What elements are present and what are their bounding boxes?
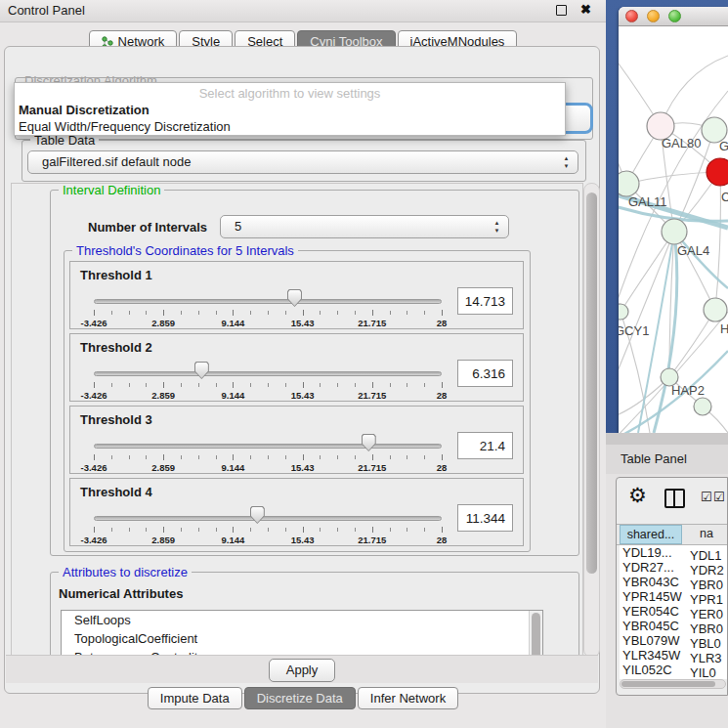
stepper-arrows-icon[interactable]: ▲ ▼ [492, 219, 502, 235]
slider-thumb[interactable] [194, 362, 209, 379]
slider-tick-label: -3.426 [81, 535, 107, 545]
network-window-titlebar [619, 7, 728, 26]
network-node[interactable] [707, 158, 728, 186]
table-row[interactable]: YBR045CYBR0 [620, 619, 727, 633]
tab-infer-network[interactable]: Infer Network [358, 687, 458, 709]
slider-track[interactable] [94, 444, 442, 449]
slider-track[interactable] [94, 371, 442, 376]
table-row[interactable]: YLR345WYLR3 [620, 648, 727, 663]
slider-tick-label: 9.144 [222, 462, 245, 473]
stepper-down-icon[interactable]: ▼ [564, 163, 570, 169]
stepper-up-icon[interactable]: ▲ [494, 220, 500, 226]
list-item[interactable]: TopologicalCoefficient [62, 629, 542, 648]
tab-label: Infer Network [370, 688, 446, 708]
slider-track[interactable] [94, 299, 442, 304]
panel-scrollbar[interactable] [583, 183, 600, 658]
cell-name: YIL0 [682, 665, 716, 679]
slider-tick-label: 15.43 [291, 390, 315, 401]
interval-definition-group: Interval Definition Number of Intervals … [50, 190, 579, 556]
attributes-group: Attributes to discretize Numerical Attri… [50, 572, 579, 658]
table-h-scrollbar[interactable] [620, 679, 726, 689]
slider-tick-label: 9.144 [222, 535, 245, 545]
network-canvas[interactable]: GAL80GAL11GAL4GCY1HAP2GACH [619, 26, 728, 433]
slider-thumb[interactable] [287, 289, 302, 307]
stepper-arrows-icon[interactable]: ▲ ▼ [561, 154, 572, 170]
cell-shared-name: YDR27... [620, 560, 682, 575]
slider-tick-label: 21.715 [358, 535, 386, 545]
apply-button[interactable]: Apply [269, 659, 335, 682]
attributes-list[interactable]: SelfLoopsTopologicalCoefficientBetweenne… [61, 610, 543, 658]
slider-track[interactable] [94, 516, 442, 521]
popup-item[interactable]: Equal Width/Frequency Discretization [15, 118, 565, 135]
table-row[interactable]: YDR27...YDR2 [620, 560, 727, 575]
cell-shared-name: YIL052C [620, 663, 682, 677]
column-header-name[interactable]: na [682, 525, 727, 544]
slider-tick-label: 28 [437, 390, 448, 401]
cytoscape-desktop: GAL80GAL11GAL4GCY1HAP2GACH [606, 0, 728, 445]
column-header-shared-name[interactable]: shared... [620, 525, 682, 544]
tab-impute-data[interactable]: Impute Data [148, 687, 242, 709]
threshold-value-field[interactable]: 14.713 [457, 287, 513, 315]
table-row[interactable]: YPR145WYPR1 [620, 589, 727, 604]
table-row[interactable]: YER054CYER0 [620, 604, 727, 619]
cell-shared-name: YDL19... [620, 545, 682, 560]
threshold-slider[interactable]: -3.4262.8599.14415.4321.71528 [94, 442, 442, 473]
thresholds-group: Threshold's Coordinates for 5 Intervals … [64, 250, 531, 552]
network-node[interactable] [704, 298, 727, 321]
table-data-combobox[interactable]: galFiltered.sif default node ▲ ▼ [27, 150, 578, 174]
table-row[interactable]: YDL19...YDL1 [620, 545, 727, 560]
table-row[interactable]: YBR043CYBR0 [620, 575, 727, 589]
checkbox-icon[interactable]: ☑ [713, 490, 725, 504]
threshold-value-field[interactable]: 6.316 [457, 360, 513, 387]
threshold-slider[interactable]: -3.4262.8599.14415.4321.71528 [94, 369, 442, 401]
checkbox-icon[interactable]: ☑ [701, 490, 712, 504]
cell-shared-name: YBR043C [620, 575, 682, 589]
table-row[interactable]: YBL079WYBL0 [620, 633, 727, 648]
threshold-slider[interactable]: -3.4262.8599.14415.4321.71528 [94, 297, 442, 328]
network-node[interactable] [694, 398, 711, 415]
num-intervals-combobox[interactable]: 5 ▲ ▼ [220, 215, 509, 238]
close-traffic-light-icon[interactable] [625, 10, 638, 22]
slider-tick-label: 2.859 [151, 390, 175, 401]
control-panel-titlebar: Control Panel ✖ [0, 0, 606, 22]
stepper-down-icon[interactable]: ▼ [494, 228, 500, 234]
bottom-tab-bar: Impute DataDiscretize DataInfer Network [0, 687, 606, 709]
list-scrollbar-thumb[interactable] [532, 613, 540, 658]
table-h-scrollbar-thumb[interactable] [621, 681, 715, 687]
tab-discretize-data[interactable]: Discretize Data [244, 687, 356, 709]
gear-icon[interactable]: ⚙ [628, 484, 647, 507]
slider-tick-label: -3.426 [81, 462, 107, 473]
stepper-up-icon[interactable]: ▲ [564, 155, 570, 161]
threshold-value-field[interactable]: 21.4 [457, 432, 513, 459]
attributes-group-title: Attributes to discretize [59, 565, 192, 579]
cyni-toolbox-panel: Discretization Algorithm Table Data galF… [4, 46, 600, 694]
control-panel: Control Panel ✖ NetworkStyleSelectCyni T… [0, 0, 606, 728]
float-window-icon[interactable] [556, 5, 567, 16]
node-label: GCY1 [619, 323, 649, 338]
zoom-traffic-light-icon[interactable] [668, 10, 681, 22]
slider-tick-label: 9.144 [222, 390, 245, 401]
panel-scrollbar-thumb[interactable] [586, 193, 597, 574]
slider-thumb[interactable] [250, 506, 265, 524]
panel-divider [606, 433, 728, 445]
minimize-traffic-light-icon[interactable] [647, 10, 660, 22]
list-item[interactable]: SelfLoops [62, 611, 542, 629]
table-row[interactable]: YIL052CYIL0 [620, 663, 727, 677]
slider-tick-label: 15.43 [291, 462, 315, 473]
slider-thumb[interactable] [362, 434, 376, 451]
threshold-label: Threshold 3 [80, 412, 152, 427]
network-node-gal11[interactable] [619, 171, 639, 196]
close-icon[interactable]: ✖ [580, 2, 591, 17]
network-node-gal4[interactable] [662, 219, 687, 244]
network-node-gcy1[interactable] [619, 304, 628, 320]
cell-shared-name: YBL079W [620, 633, 682, 648]
popup-item[interactable]: Manual Discretization [15, 102, 565, 118]
table-data-group: Table Data galFiltered.sif default node … [21, 140, 586, 182]
threshold-slider[interactable]: -3.4262.8599.14415.4321.71528 [94, 514, 442, 545]
node-label: GAL4 [677, 243, 709, 258]
threshold-value-field[interactable]: 11.344 [457, 504, 513, 532]
list-scrollbar[interactable] [529, 611, 542, 658]
table-panel-titlebar: Table Panel [606, 445, 728, 474]
threshold-panel: Threshold 1 -3.4262.8599.14415.4321.7152… [69, 261, 524, 329]
columns-icon[interactable] [664, 489, 685, 508]
